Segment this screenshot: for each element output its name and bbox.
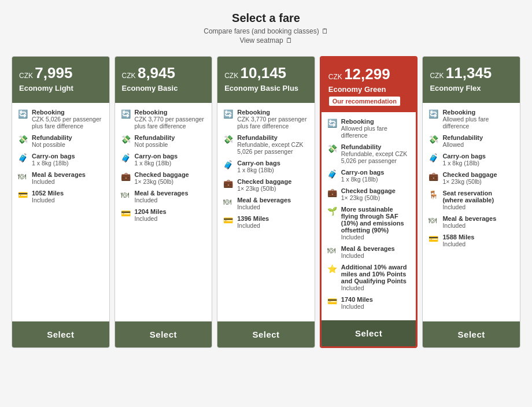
feature-detail: Included [442, 204, 514, 210]
feature-icon: 💸 [121, 135, 131, 144]
feature-text: More sustainable flying through SAF (10%… [341, 206, 411, 240]
fare-price: 10,145 [241, 64, 287, 82]
recommendation-badge: Our recommendation [328, 96, 401, 106]
feature-text: Carry-on bags1 x 8kg (18lb) [237, 160, 280, 173]
feature-item: 🔄RebookingCZK 3,770 per passenger plus f… [223, 109, 309, 130]
feature-label: Rebooking [32, 109, 104, 116]
feature-item: 💸RefundabilityAllowed [428, 134, 514, 148]
feature-icon: 💸 [327, 144, 338, 153]
feature-label: 1588 Miles [442, 234, 474, 240]
feature-text: Carry-on bags1 x 8kg (18lb) [341, 169, 385, 183]
feature-detail: Refundable, except CZK 5,026 per passeng… [237, 141, 309, 155]
feature-icon: 🔄 [223, 109, 234, 119]
feature-label: More sustainable flying through SAF (10%… [341, 206, 411, 234]
feature-text: RefundabilityNot possible [135, 134, 175, 148]
feature-label: Meal & beverages [341, 245, 395, 252]
fare-card-economy-basic-plus: CZK 10,145Economy Basic Plus🔄RebookingCZ… [217, 56, 315, 348]
fare-name-economy-basic-plus: Economy Basic Plus [224, 84, 308, 92]
feature-detail: 1 x 8kg (18lb) [32, 160, 75, 166]
fare-price: 12,299 [344, 65, 390, 83]
feature-label: Meal & beverages [32, 171, 86, 178]
feature-detail: Included [341, 252, 395, 259]
feature-detail: 1× 23kg (50lb) [237, 185, 291, 192]
fare-card-economy-light: CZK 7,995Economy Light🔄RebookingCZK 5,02… [12, 56, 110, 348]
feature-label: Refundability [442, 134, 483, 141]
fare-name-economy-green: Economy Green [328, 85, 409, 94]
feature-detail: Included [442, 222, 496, 229]
feature-detail: Included [237, 222, 269, 229]
feature-item: 💼Checked baggage1× 23kg (50lb) [428, 171, 514, 185]
fare-features-economy-light: 🔄RebookingCZK 5,026 per passenger plus f… [12, 103, 109, 321]
feature-label: Refundability [341, 143, 411, 150]
feature-item: 🧳Carry-on bags1 x 8kg (18lb) [121, 153, 206, 166]
select-button-economy-light[interactable]: Select [12, 321, 109, 347]
feature-detail: 1× 23kg (50lb) [442, 178, 497, 185]
feature-icon: 🍽 [223, 197, 234, 206]
feature-detail: Included [32, 197, 64, 204]
feature-item: 💸RefundabilityNot possible [121, 134, 206, 148]
feature-icon: 🍽 [121, 190, 131, 199]
feature-text: Meal & beveragesIncluded [32, 171, 86, 185]
select-button-economy-basic[interactable]: Select [115, 321, 212, 347]
feature-item: 🌱More sustainable flying through SAF (10… [327, 206, 411, 240]
feature-item: 💼Checked baggage1× 23kg (50lb) [223, 178, 309, 192]
feature-item: 🍽Meal & beveragesIncluded [223, 197, 309, 210]
fare-currency: CZK [224, 72, 240, 80]
fare-features-economy-green: 🔄RebookingAllowed plus fare difference💸R… [322, 112, 416, 320]
feature-item: 🍽Meal & beveragesIncluded [428, 215, 514, 229]
feature-detail: 1× 23kg (50lb) [135, 178, 189, 185]
feature-label: Rebooking [442, 109, 514, 116]
feature-item: 💳1396 MilesIncluded [223, 215, 309, 229]
feature-detail: Not possible [32, 141, 72, 148]
feature-item: 🪑Seat reservation (where available)Inclu… [428, 190, 514, 210]
feature-detail: Allowed plus fare difference [442, 116, 514, 130]
fare-card-economy-green: CZK 12,299Economy GreenOur recommendatio… [320, 56, 418, 348]
seatmap-link[interactable]: View seatmap 🗒 [12, 36, 520, 45]
feature-detail: Included [135, 197, 189, 204]
feature-detail: 1 x 8kg (18lb) [237, 166, 280, 173]
feature-text: RebookingAllowed plus fare difference [442, 109, 514, 130]
feature-label: Meal & beverages [442, 215, 496, 222]
feature-item: 🍽Meal & beveragesIncluded [18, 171, 104, 185]
feature-icon: 💼 [121, 172, 131, 181]
feature-detail: 1 x 8kg (18lb) [135, 160, 178, 166]
feature-label: Meal & beverages [135, 190, 189, 197]
feature-item: 🧳Carry-on bags1 x 8kg (18lb) [327, 169, 411, 183]
select-button-economy-basic-plus[interactable]: Select [217, 321, 315, 347]
feature-label: Carry-on bags [237, 160, 280, 166]
compare-fares-link[interactable]: Compare fares (and booking classes) 🗒 [12, 27, 520, 35]
feature-item: 💼Checked baggage1× 23kg (50lb) [121, 171, 206, 185]
feature-text: RebookingCZK 3,770 per passenger plus fa… [135, 109, 206, 130]
feature-item: 🧳Carry-on bags1 x 8kg (18lb) [223, 160, 309, 173]
fare-header-economy-light: CZK 7,995Economy Light [12, 57, 109, 103]
feature-text: 1052 MilesIncluded [32, 190, 64, 204]
feature-item: 💸RefundabilityRefundable, except CZK 5,0… [223, 134, 309, 155]
feature-icon: 💳 [223, 216, 234, 225]
feature-item: 🔄RebookingCZK 3,770 per passenger plus f… [121, 109, 206, 130]
fare-currency: CZK [328, 73, 344, 81]
fare-card-economy-flex: CZK 11,345Economy Flex🔄RebookingAllowed … [422, 56, 520, 348]
feature-icon: 💸 [428, 135, 439, 144]
feature-icon: 🔄 [18, 109, 28, 119]
feature-text: 1396 MilesIncluded [237, 215, 269, 229]
feature-item: 💳1204 MilesIncluded [121, 208, 206, 222]
feature-label: Refundability [135, 134, 175, 141]
feature-text: Meal & beveragesIncluded [135, 190, 189, 204]
feature-icon: 🍽 [18, 172, 28, 181]
feature-label: 1204 Miles [135, 208, 167, 215]
fare-name-economy-light: Economy Light [19, 84, 102, 92]
fare-header-economy-basic-plus: CZK 10,145Economy Basic Plus [217, 57, 315, 103]
feature-detail: Included [442, 240, 474, 247]
feature-icon: ⭐ [327, 264, 338, 273]
feature-item: 🔄RebookingAllowed plus fare difference [428, 109, 514, 130]
feature-text: Checked baggage1× 23kg (50lb) [237, 178, 291, 192]
feature-icon: 🍽 [428, 216, 439, 225]
feature-text: Carry-on bags1 x 8kg (18lb) [442, 153, 486, 166]
feature-text: RefundabilityRefundable, except CZK 5,02… [341, 143, 411, 164]
feature-icon: 💳 [428, 234, 439, 243]
fare-name-economy-basic: Economy Basic [122, 84, 205, 92]
select-button-economy-flex[interactable]: Select [423, 321, 520, 347]
feature-item: ⭐Additional 10% award miles and 10% Poin… [327, 264, 411, 291]
select-button-economy-green[interactable]: Select [322, 320, 416, 346]
fare-currency: CZK [19, 72, 35, 80]
